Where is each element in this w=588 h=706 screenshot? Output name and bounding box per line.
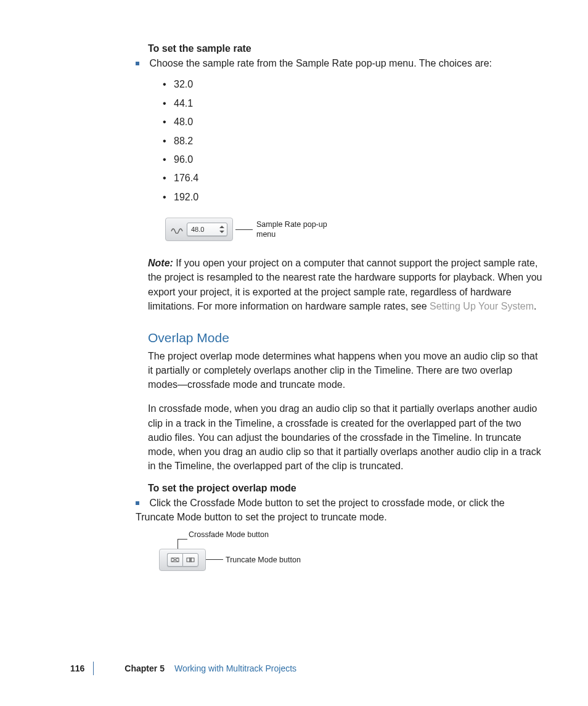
heading-overlap-mode: Overlap Mode	[148, 330, 542, 345]
note-label: Note:	[148, 258, 173, 268]
sample-rate-list: 32.0 44.1 48.0 88.2 96.0 176.4 192.0	[163, 75, 542, 207]
page-number: 116	[70, 663, 84, 673]
figure-sample-rate-popup: 48.0 Sample Rate pop-up menu	[165, 218, 542, 241]
figure-overlap-buttons: Crossfade Mode button Truncate Mode butt…	[159, 530, 319, 580]
truncate-mode-button[interactable]	[182, 553, 198, 567]
callout-crossfade-label: Crossfade Mode button	[189, 530, 269, 539]
list-item: 192.0	[163, 188, 542, 207]
crossfade-icon	[171, 556, 179, 564]
crossfade-mode-button[interactable]	[167, 553, 182, 567]
callout-truncate-label: Truncate Mode button	[226, 556, 301, 564]
waveform-icon	[171, 225, 183, 234]
bullet-intro-text: Choose the sample rate from the Sample R…	[149, 58, 492, 68]
svg-rect-2	[191, 558, 194, 562]
list-item: 32.0	[163, 75, 542, 94]
truncate-icon	[186, 556, 195, 564]
note-paragraph: Note: If you open your project on a comp…	[148, 256, 542, 313]
heading-set-overlap-mode: To set the project overlap mode	[148, 483, 542, 494]
square-bullet-icon	[136, 501, 139, 505]
chapter-label: Chapter 5	[125, 663, 165, 673]
chapter-title: Working with Multitrack Projects	[174, 663, 296, 673]
bullet-text: Click the Crossfade Mode button to set t…	[136, 498, 505, 522]
callout-leader-line	[206, 559, 223, 560]
list-item: 48.0	[163, 113, 542, 131]
callout-label: Sample Rate pop-up menu	[256, 220, 337, 240]
square-bullet-icon	[136, 62, 139, 65]
callout-leader-line	[178, 539, 178, 549]
primary-bullet: Choose the sample rate from the Sample R…	[136, 57, 542, 70]
sample-rate-popup[interactable]: 48.0	[187, 223, 227, 236]
content-column: To set the sample rate Choose the sample…	[148, 43, 542, 580]
popup-value: 48.0	[191, 226, 204, 233]
list-item: 96.0	[163, 150, 542, 169]
primary-bullet: Click the Crossfade Mode button to set t…	[136, 496, 542, 524]
overlap-para2: In crossfade mode, when you drag an audi…	[148, 401, 542, 473]
toolbar-panel: 48.0	[165, 218, 233, 241]
page-footer: 116 Chapter 5 Working with Multitrack Pr…	[70, 662, 296, 675]
footer-divider	[93, 662, 94, 675]
list-item: 44.1	[163, 94, 542, 113]
note-end: .	[534, 301, 536, 311]
updown-arrows-icon	[219, 226, 224, 233]
callout-leader-line	[235, 229, 253, 230]
list-item: 176.4	[163, 169, 542, 187]
heading-sample-rate: To set the sample rate	[148, 43, 542, 54]
list-item: 88.2	[163, 132, 542, 150]
link-setting-up-your-system[interactable]: Setting Up Your System	[430, 301, 534, 311]
svg-rect-1	[187, 558, 190, 562]
overlap-para1: The project overlap mode determines what…	[148, 349, 542, 392]
page: To set the sample rate Choose the sample…	[0, 0, 588, 706]
toolbar-panel	[159, 549, 206, 571]
